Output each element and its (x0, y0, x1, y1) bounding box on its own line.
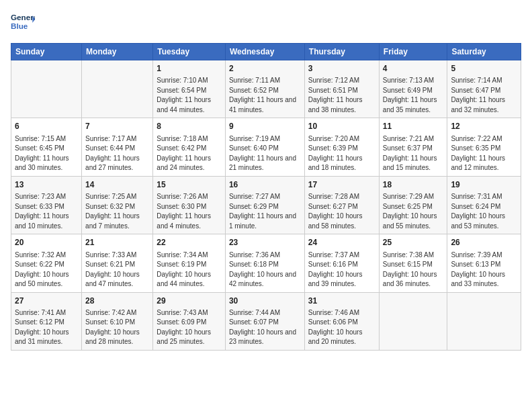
day-info: Daylight: 11 hours and 44 minutes. (157, 95, 222, 115)
calendar-cell: 30Sunrise: 7:44 AMSunset: 6:07 PMDayligh… (225, 292, 304, 350)
day-info: Daylight: 10 hours and 58 minutes. (308, 212, 375, 231)
calendar-cell: 31Sunrise: 7:46 AMSunset: 6:06 PMDayligh… (304, 292, 379, 350)
day-number: 22 (157, 237, 222, 248)
day-info: Sunset: 6:32 PM (85, 202, 149, 212)
day-info: Sunset: 6:22 PM (15, 260, 78, 270)
svg-text:General: General (11, 13, 35, 21)
day-info: Sunset: 6:24 PM (451, 202, 517, 212)
day-number: 3 (308, 63, 375, 75)
day-info: Sunset: 6:29 PM (229, 202, 301, 212)
calendar-cell: 20Sunrise: 7:32 AMSunset: 6:22 PMDayligh… (11, 234, 82, 292)
calendar-cell: 21Sunrise: 7:33 AMSunset: 6:21 PMDayligh… (82, 234, 153, 292)
calendar-week-1: 1Sunrise: 7:10 AMSunset: 6:54 PMDaylight… (11, 60, 521, 118)
calendar-cell: 2Sunrise: 7:11 AMSunset: 6:52 PMDaylight… (225, 60, 304, 118)
day-info: Sunrise: 7:37 AM (308, 250, 375, 261)
day-info: Sunset: 6:30 PM (157, 202, 222, 212)
calendar-week-5: 27Sunrise: 7:41 AMSunset: 6:12 PMDayligh… (11, 292, 521, 350)
day-info: Sunrise: 7:20 AM (308, 134, 375, 144)
day-info: Daylight: 10 hours and 33 minutes. (451, 270, 517, 289)
day-number: 6 (15, 121, 78, 132)
day-number: 23 (229, 237, 301, 248)
day-info: Sunset: 6:42 PM (157, 144, 222, 154)
day-info: Sunset: 6:16 PM (308, 260, 375, 270)
day-info: Daylight: 10 hours and 47 minutes. (85, 270, 149, 289)
header-thursday: Thursday (304, 44, 379, 60)
day-number: 2 (229, 63, 301, 75)
calendar-cell: 17Sunrise: 7:28 AMSunset: 6:27 PMDayligh… (304, 176, 379, 234)
calendar-cell (379, 292, 447, 350)
day-number: 1 (157, 63, 222, 75)
day-info: Sunrise: 7:34 AM (157, 250, 222, 261)
day-info: Sunrise: 7:21 AM (383, 134, 444, 144)
day-info: Daylight: 11 hours and 1 minute. (229, 212, 301, 231)
day-number: 26 (451, 237, 517, 248)
day-info: Sunset: 6:18 PM (229, 260, 301, 270)
day-number: 10 (308, 121, 375, 132)
header-saturday: Saturday (447, 44, 521, 60)
day-info: Sunrise: 7:18 AM (157, 134, 222, 144)
day-info: Daylight: 10 hours and 25 minutes. (157, 328, 222, 347)
day-number: 17 (308, 179, 375, 191)
day-info: Sunrise: 7:27 AM (229, 192, 301, 202)
day-info: Daylight: 11 hours and 27 minutes. (85, 154, 149, 173)
day-info: Sunset: 6:06 PM (308, 318, 375, 328)
calendar-cell: 1Sunrise: 7:10 AMSunset: 6:54 PMDaylight… (153, 60, 226, 118)
day-info: Daylight: 11 hours and 38 minutes. (308, 95, 375, 115)
day-info: Sunset: 6:54 PM (157, 86, 222, 96)
day-info: Sunset: 6:39 PM (308, 144, 375, 154)
day-info: Sunset: 6:13 PM (451, 260, 517, 270)
calendar-cell (11, 60, 82, 118)
day-number: 27 (15, 295, 78, 307)
calendar-cell: 23Sunrise: 7:36 AMSunset: 6:18 PMDayligh… (225, 234, 304, 292)
calendar-week-2: 6Sunrise: 7:15 AMSunset: 6:45 PMDaylight… (11, 118, 521, 176)
day-number: 25 (383, 237, 444, 248)
calendar-table: SundayMondayTuesdayWednesdayThursdayFrid… (11, 43, 521, 351)
day-info: Sunset: 6:40 PM (229, 144, 301, 154)
day-info: Sunrise: 7:15 AM (15, 134, 78, 144)
day-number: 16 (229, 179, 301, 191)
calendar-cell: 4Sunrise: 7:13 AMSunset: 6:49 PMDaylight… (379, 60, 447, 118)
day-info: Daylight: 11 hours and 21 minutes. (229, 154, 301, 173)
day-info: Sunset: 6:19 PM (157, 260, 222, 270)
day-number: 19 (451, 179, 517, 191)
day-info: Daylight: 10 hours and 36 minutes. (383, 270, 444, 289)
day-number: 13 (15, 179, 78, 191)
day-number: 31 (308, 295, 375, 307)
day-number: 4 (383, 63, 444, 75)
header-tuesday: Tuesday (153, 44, 226, 60)
day-number: 12 (451, 121, 517, 132)
day-info: Sunrise: 7:41 AM (15, 308, 78, 318)
day-info: Daylight: 11 hours and 15 minutes. (383, 154, 444, 173)
day-number: 8 (157, 121, 222, 132)
day-info: Sunrise: 7:29 AM (383, 192, 444, 202)
day-info: Sunrise: 7:17 AM (85, 134, 149, 144)
day-info: Daylight: 11 hours and 24 minutes. (157, 154, 222, 173)
day-number: 14 (85, 179, 149, 191)
day-info: Sunrise: 7:46 AM (308, 308, 375, 318)
day-info: Sunset: 6:27 PM (308, 202, 375, 212)
day-info: Daylight: 10 hours and 28 minutes. (85, 328, 149, 347)
day-info: Sunset: 6:10 PM (85, 318, 149, 328)
day-info: Sunset: 6:25 PM (383, 202, 444, 212)
day-info: Sunset: 6:15 PM (383, 260, 444, 270)
day-info: Sunrise: 7:28 AM (308, 192, 375, 202)
day-info: Daylight: 10 hours and 55 minutes. (383, 212, 444, 231)
day-info: Sunrise: 7:43 AM (157, 308, 222, 318)
logo: GeneralBlue (11, 11, 35, 35)
day-info: Sunrise: 7:42 AM (85, 308, 149, 318)
calendar-cell: 5Sunrise: 7:14 AMSunset: 6:47 PMDaylight… (447, 60, 521, 118)
day-info: Sunrise: 7:44 AM (229, 308, 301, 318)
calendar-cell: 15Sunrise: 7:26 AMSunset: 6:30 PMDayligh… (153, 176, 226, 234)
calendar-cell: 18Sunrise: 7:29 AMSunset: 6:25 PMDayligh… (379, 176, 447, 234)
calendar-cell: 9Sunrise: 7:19 AMSunset: 6:40 PMDaylight… (225, 118, 304, 176)
calendar-cell: 8Sunrise: 7:18 AMSunset: 6:42 PMDaylight… (153, 118, 226, 176)
day-info: Daylight: 10 hours and 20 minutes. (308, 328, 375, 347)
day-info: Sunset: 6:49 PM (383, 86, 444, 96)
calendar-cell: 3Sunrise: 7:12 AMSunset: 6:51 PMDaylight… (304, 60, 379, 118)
day-info: Sunrise: 7:36 AM (229, 250, 301, 261)
day-info: Sunset: 6:47 PM (451, 86, 517, 96)
day-info: Daylight: 11 hours and 30 minutes. (15, 154, 78, 173)
calendar-cell: 19Sunrise: 7:31 AMSunset: 6:24 PMDayligh… (447, 176, 521, 234)
day-info: Sunset: 6:45 PM (15, 144, 78, 154)
day-number: 15 (157, 179, 222, 191)
